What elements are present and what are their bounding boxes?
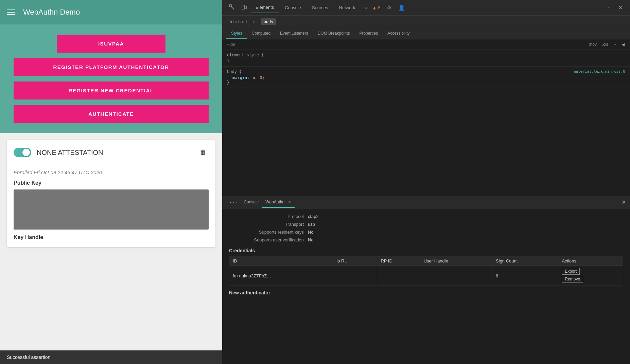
- tab-properties[interactable]: Properties: [354, 28, 383, 39]
- app-header: WebAuthn Demo: [0, 0, 222, 24]
- authenticate-button[interactable]: AUTHENTICATE: [14, 105, 209, 123]
- cls-button[interactable]: .cls: [601, 41, 610, 48]
- protocol-row: Protocol ctap2: [229, 214, 623, 219]
- tab-console[interactable]: Console: [280, 2, 306, 13]
- filter-input[interactable]: [226, 42, 585, 47]
- drawer-tab-webauthn[interactable]: WebAuthn ✕: [262, 197, 294, 208]
- css-rule-body: body { material.te…k.min.css:8 margin: ▶…: [222, 67, 630, 88]
- css-close-brace-1: }: [227, 59, 625, 63]
- inspect-icon-button[interactable]: [226, 2, 237, 13]
- td-rp-id: [377, 266, 420, 286]
- hov-button[interactable]: :hov: [588, 41, 598, 48]
- css-prop-name: margin:: [232, 75, 250, 80]
- public-key-box: [14, 189, 209, 230]
- drawer-close-button[interactable]: ✕: [622, 199, 626, 205]
- resident-keys-label: Supports resident keys: [229, 230, 304, 235]
- warning-badge: ▲ 6: [371, 4, 383, 12]
- app-buttons-area: ISUVPAA REGISTER PLATFORM AUTHENTICATOR …: [0, 24, 222, 133]
- status-message: Successful assertion: [7, 354, 50, 360]
- drawer-tabs: ··· Console WebAuthn ✕ ✕: [222, 196, 630, 208]
- filter-row: :hov .cls + ◀: [222, 39, 630, 50]
- credential-card: NONE ATTESTATION Enrolled Fri Oct 09 22:…: [7, 140, 215, 247]
- credentials-table: ID Is R… RP ID User Handle Sign Count Ac…: [229, 256, 623, 286]
- attestation-toggle[interactable]: [14, 148, 31, 157]
- devtools-toolbar: Elements Console Sources Network » ▲ 6 ⚙…: [222, 0, 630, 16]
- delete-icon: [199, 149, 207, 156]
- webauthn-content: Protocol ctap2 Transport usb Supports re…: [222, 208, 630, 301]
- tab-computed[interactable]: Computed: [247, 28, 275, 39]
- add-style-button[interactable]: +: [612, 41, 617, 48]
- left-panel: WebAuthn Demo ISUVPAA REGISTER PLATFORM …: [0, 0, 222, 364]
- app-title: WebAuthn Demo: [23, 8, 80, 17]
- transport-row: Transport usb: [229, 222, 623, 227]
- new-authenticator-label: New authenticator: [229, 290, 623, 295]
- dom-tag-html[interactable]: html.mdl-js: [227, 18, 259, 25]
- export-button[interactable]: Export: [562, 268, 580, 275]
- table-row: fe+nuknu3ZTFpZ… 6 Export Remove: [229, 266, 623, 286]
- filter-controls: :hov .cls + ◀: [588, 41, 626, 48]
- resident-keys-row: Supports resident keys No: [229, 230, 623, 235]
- tab-styles[interactable]: Styles: [226, 28, 247, 39]
- status-bar: Successful assertion: [0, 350, 222, 364]
- css-source-link[interactable]: material.te…k.min.css:8: [574, 69, 625, 75]
- css-prop-arrow[interactable]: ▶: [253, 75, 256, 80]
- td-is-r: [333, 266, 377, 286]
- tab-network[interactable]: Network: [334, 2, 360, 13]
- tab-elements[interactable]: Elements: [251, 2, 279, 13]
- user-verification-value: No: [308, 237, 314, 242]
- protocol-value: ctap2: [308, 214, 319, 219]
- drawer-tab-webauthn-label: WebAuthn: [265, 200, 284, 204]
- tab-sources[interactable]: Sources: [307, 2, 333, 13]
- css-prop-margin: margin: ▶ 0;: [227, 75, 625, 80]
- svg-rect-2: [229, 5, 231, 7]
- public-key-label: Public Key: [14, 180, 209, 186]
- credential-header: NONE ATTESTATION: [14, 147, 209, 164]
- isuvpaa-button[interactable]: ISUVPAA: [57, 35, 165, 53]
- more-tabs-button[interactable]: »: [361, 3, 370, 13]
- svg-rect-1: [204, 151, 204, 154]
- credential-header-left: NONE ATTESTATION: [14, 148, 103, 157]
- remove-button[interactable]: Remove: [562, 276, 583, 283]
- profile-button[interactable]: 👤: [396, 3, 408, 12]
- tab-accessibility[interactable]: Accessibility: [383, 28, 414, 39]
- th-user-handle: User Handle: [420, 256, 492, 266]
- svg-rect-5: [245, 6, 246, 9]
- hamburger-icon[interactable]: [7, 10, 15, 15]
- credentials-section: NONE ATTESTATION Enrolled Fri Oct 09 22:…: [0, 133, 222, 350]
- transport-label: Transport: [229, 222, 304, 227]
- styles-area: Styles Computed Event Listeners DOM Brea…: [222, 28, 630, 196]
- tab-event-listeners[interactable]: Event Listeners: [275, 28, 313, 39]
- css-close-brace-2: }: [227, 80, 625, 85]
- collapse-button[interactable]: ◀: [620, 41, 626, 48]
- td-actions: Export Remove: [558, 266, 623, 286]
- register-credential-button[interactable]: REGISTER NEW CREDENTIAL: [14, 81, 209, 99]
- th-id: ID: [229, 256, 333, 266]
- credential-name: NONE ATTESTATION: [37, 149, 103, 157]
- table-header-row: ID Is R… RP ID User Handle Sign Count Ac…: [229, 256, 623, 266]
- css-selector-body: body {: [227, 69, 242, 74]
- th-sign-count: Sign Count: [492, 256, 558, 266]
- devtools-panel: Elements Console Sources Network » ▲ 6 ⚙…: [222, 0, 630, 364]
- settings-button[interactable]: ⚙: [384, 3, 394, 12]
- transport-value: usb: [308, 222, 315, 227]
- drawer-tab-close-icon[interactable]: ✕: [288, 200, 291, 204]
- drawer-tab-console[interactable]: Console: [240, 197, 262, 208]
- dom-tag-body[interactable]: body: [261, 18, 276, 25]
- more-options-button[interactable]: ···: [603, 3, 613, 12]
- protocol-label: Protocol: [229, 214, 304, 219]
- device-toggle-button[interactable]: [239, 2, 249, 13]
- toggle-thumb: [22, 149, 30, 156]
- user-verification-row: Supports user verification No: [229, 237, 623, 242]
- drawer-dots[interactable]: ···: [226, 200, 240, 205]
- td-sign-count: 6: [492, 266, 558, 286]
- enrolled-date: Enrolled Fri Oct 09 22:43:47 UTC 2020: [14, 169, 209, 175]
- svg-line-3: [231, 7, 234, 10]
- tab-dom-breakpoints[interactable]: DOM Breakpoints: [313, 28, 355, 39]
- css-selector-element: element.style {: [227, 53, 625, 57]
- td-user-handle: [420, 266, 492, 286]
- th-is-r: Is R…: [333, 256, 377, 266]
- delete-credential-button[interactable]: [197, 147, 209, 158]
- devtools-close-button[interactable]: ✕: [615, 3, 626, 12]
- styles-tabs: Styles Computed Event Listeners DOM Brea…: [222, 28, 630, 39]
- register-platform-button[interactable]: REGISTER PLATFORM AUTHENTICATOR: [14, 58, 209, 76]
